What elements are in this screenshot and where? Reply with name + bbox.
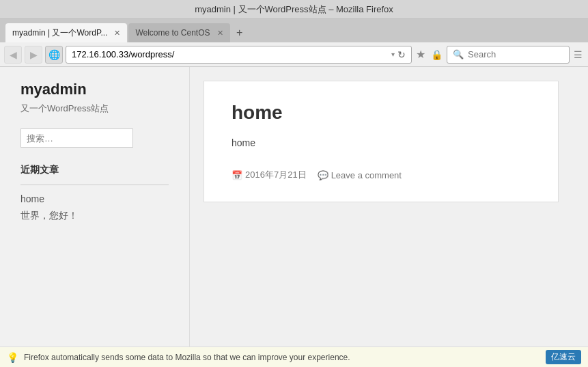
site-title: myadmin xyxy=(20,81,169,98)
tab-1[interactable]: Welcome to CentOS ✕ xyxy=(128,23,229,42)
forward-icon: ▶ xyxy=(30,49,38,60)
lock-icon[interactable]: 🔒 xyxy=(431,49,443,60)
notification-icon: 💡 xyxy=(7,352,18,363)
post-date-text: 2016年7月21日 xyxy=(245,169,307,181)
sidebar-search-input[interactable] xyxy=(20,128,133,148)
tab-bar: myadmin | 又一个WordP... ✕ Welcome to CentO… xyxy=(0,19,588,42)
tab-1-label: Welcome to CentOS xyxy=(135,28,210,38)
post-date: 📅 2016年7月21日 xyxy=(232,169,307,181)
reload-button[interactable]: ↻ xyxy=(397,49,406,60)
menu-icon[interactable]: ☰ xyxy=(574,49,583,60)
post-card: home home 📅 2016年7月21日 💬 Leave a comment xyxy=(204,81,559,202)
post-comment[interactable]: 💬 Leave a comment xyxy=(318,170,402,180)
calendar-icon: 📅 xyxy=(232,170,242,180)
tab-0-label: myadmin | 又一个WordP... xyxy=(12,27,107,39)
new-tab-icon: + xyxy=(236,27,242,39)
yisu-badge[interactable]: 亿速云 xyxy=(546,350,581,364)
browser-search-bar[interactable]: 🔍 xyxy=(447,46,570,64)
globe-icon-button: 🌐 xyxy=(45,46,63,64)
page-content: myadmin 又一个WordPress站点 近期文章 home 世界，您好！ … xyxy=(0,67,588,346)
title-bar-text: myadmin | 又一个WordPress站点 – Mozilla Firef… xyxy=(195,3,393,16)
main-content: home home 📅 2016年7月21日 💬 Leave a comment xyxy=(190,67,588,346)
search-widget xyxy=(20,128,169,148)
title-bar: myadmin | 又一个WordPress站点 – Mozilla Firef… xyxy=(0,0,588,19)
notification-bar: 💡 Firefox automatically sends some data … xyxy=(0,346,588,367)
tab-0[interactable]: myadmin | 又一个WordP... ✕ xyxy=(5,23,127,42)
notification-text: Firefox automatically sends some data to… xyxy=(24,353,540,362)
sidebar: myadmin 又一个WordPress站点 近期文章 home 世界，您好！ xyxy=(0,67,190,346)
search-icon: 🔍 xyxy=(453,49,464,59)
bookmark-star-icon[interactable]: ★ xyxy=(416,48,425,61)
nav-bar: ◀ ▶ 🌐 ▾ ↻ ★ 🔒 🔍 ☰ xyxy=(0,42,588,67)
url-bar[interactable]: ▾ ↻ xyxy=(66,46,412,64)
list-item[interactable]: home xyxy=(20,191,169,207)
post-list: home 世界，您好！ xyxy=(20,191,169,225)
back-icon: ◀ xyxy=(10,49,17,60)
post-meta: 📅 2016年7月21日 💬 Leave a comment xyxy=(232,169,531,181)
tab-1-close[interactable]: ✕ xyxy=(217,29,223,38)
forward-button[interactable]: ▶ xyxy=(25,46,42,64)
comment-icon: 💬 xyxy=(318,170,328,180)
new-tab-button[interactable]: + xyxy=(232,25,248,41)
globe-icon: 🌐 xyxy=(48,49,60,60)
url-input[interactable] xyxy=(72,49,389,59)
search-input[interactable] xyxy=(468,49,583,59)
recent-posts-widget-title: 近期文章 xyxy=(20,164,169,176)
tab-0-close[interactable]: ✕ xyxy=(114,29,120,38)
url-dropdown-icon[interactable]: ▾ xyxy=(389,51,397,58)
post-title: home xyxy=(232,102,531,124)
list-item[interactable]: 世界，您好！ xyxy=(20,207,169,225)
yisu-badge-text: 亿速云 xyxy=(551,351,576,363)
post-comment-text: Leave a comment xyxy=(331,170,402,180)
site-tagline: 又一个WordPress站点 xyxy=(20,103,169,115)
post-body: home xyxy=(232,137,531,148)
divider xyxy=(20,185,169,185)
back-button[interactable]: ◀ xyxy=(4,46,22,64)
